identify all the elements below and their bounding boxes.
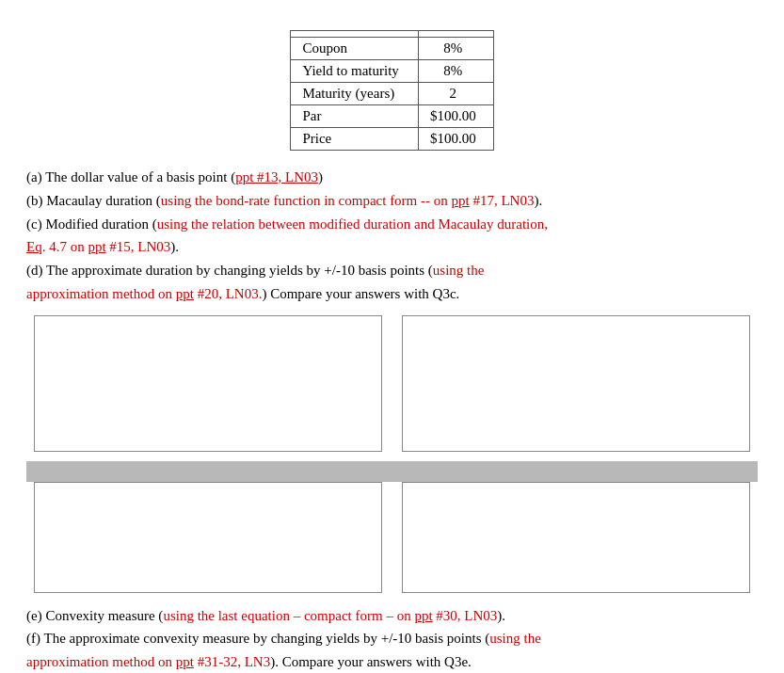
part-a-prefix: (a) The dollar value of a basis point (: [26, 169, 235, 184]
parts-list: (a) The dollar value of a basis point (p…: [26, 166, 758, 306]
part-c: (c) Modified duration (using the relatio…: [26, 213, 758, 260]
part-e: (e) Convexity measure (using the last eq…: [26, 604, 758, 628]
part-b-prefix: (b) Macaulay duration (: [26, 193, 161, 208]
answer-box-left: [34, 315, 382, 452]
table-row: Par: [291, 105, 419, 128]
part-a-suffix: ): [318, 169, 323, 184]
table-label-header: [291, 31, 419, 38]
part-a-highlight: ppt #13, LN03: [235, 169, 318, 184]
table-value: 2: [418, 83, 493, 105]
part-b: (b) Macaulay duration (using the bond-ra…: [26, 189, 758, 213]
bond-table: Coupon8%Yield to maturity8%Maturity (yea…: [290, 30, 493, 151]
part-d: (d) The approximate duration by changing…: [26, 259, 758, 306]
lower-parts-list: (e) Convexity measure (using the last eq…: [26, 604, 758, 674]
part-e-highlight: using the last equation – compact form –…: [163, 608, 497, 623]
table-value: 8%: [418, 38, 493, 60]
table-row: Price: [291, 128, 419, 151]
part-f-prefix: (f) The approximate convexity measure by…: [26, 631, 489, 646]
part-e-suffix: ).: [497, 608, 505, 623]
answer-box-right: [402, 315, 750, 452]
table-row: Yield to maturity: [291, 60, 419, 83]
part-c-highlight: using the relation between modified dura…: [157, 216, 548, 232]
part-c-suffix: ).: [170, 239, 179, 254]
part-d-prefix: (d) The approximate duration by changing…: [26, 263, 433, 278]
table-value: 8%: [418, 60, 493, 83]
part-e-prefix: (e) Convexity measure (: [26, 608, 163, 623]
part-b-highlight: using the bond-rate function in compact …: [161, 193, 535, 208]
part-b-suffix: ).: [534, 193, 542, 208]
part-f-suffix: ). Compare your answers with Q3e.: [270, 654, 472, 669]
part-c-highlight2: Eq. 4.7 on ppt #15, LN03: [26, 239, 170, 254]
lower-answer-box-right: [402, 482, 750, 593]
part-f: (f) The approximate convexity measure by…: [26, 627, 758, 673]
table-value: $100.00: [418, 105, 493, 128]
table-row: Coupon: [291, 38, 419, 60]
bond-table-container: Coupon8%Yield to maturity8%Maturity (yea…: [26, 30, 758, 151]
lower-answer-box-left: [34, 482, 382, 593]
part-a: (a) The dollar value of a basis point (p…: [26, 166, 758, 189]
part-c-prefix: (c) Modified duration (: [26, 216, 157, 232]
upper-answer-boxes: [26, 315, 758, 461]
divider-bar: [26, 461, 758, 482]
table-row: Maturity (years): [291, 83, 419, 105]
part-d-suffix: ) Compare your answers with Q3c.: [262, 286, 459, 301]
lower-answer-boxes: [26, 482, 758, 595]
table-value: $100.00: [418, 128, 493, 151]
bond-a-header: [418, 31, 493, 38]
question-container: Coupon8%Yield to maturity8%Maturity (yea…: [26, 30, 758, 673]
